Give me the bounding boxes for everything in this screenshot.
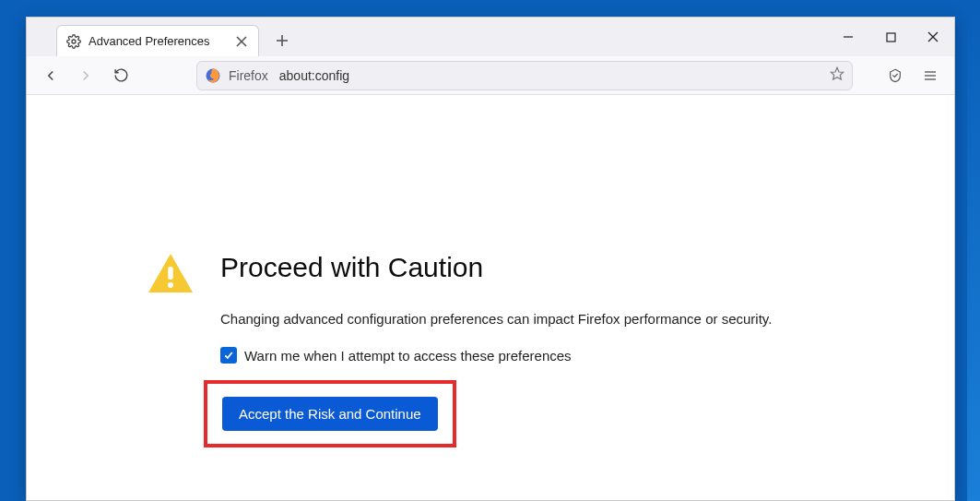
svg-rect-14 [168,267,172,280]
annotation-highlight: Accept the Risk and Continue [204,380,456,447]
url-text: about:config [279,68,822,83]
pocket-button[interactable] [880,61,910,90]
warn-checkbox-row[interactable]: Warn me when I attempt to access these p… [220,347,772,364]
desktop-background [967,0,980,501]
checkbox-icon[interactable] [220,347,237,364]
url-bar[interactable]: Firefox about:config [196,61,853,90]
firefox-icon [205,67,221,84]
bookmark-star-icon[interactable] [830,66,844,84]
firefox-window: Advanced Preferences [26,17,955,501]
reload-button[interactable] [106,61,136,90]
page-content: Proceed with Caution Changing advanced c… [27,95,954,500]
svg-point-0 [72,40,76,43]
forward-button[interactable] [71,61,100,90]
back-button[interactable] [36,61,65,90]
tab-advanced-preferences[interactable]: Advanced Preferences [56,25,259,56]
warning-icon [147,252,195,298]
maximize-button[interactable] [869,18,912,56]
svg-marker-10 [831,67,843,79]
new-tab-button[interactable] [268,27,296,54]
page-description: Changing advanced configuration preferen… [220,311,772,327]
navigation-toolbar: Firefox about:config [27,56,954,95]
window-controls [827,18,954,56]
page-heading: Proceed with Caution [220,252,772,283]
close-tab-icon[interactable] [234,34,249,49]
close-window-button[interactable] [912,18,954,56]
identity-label: Firefox [229,68,268,83]
accept-risk-button[interactable]: Accept the Risk and Continue [222,397,438,431]
app-menu-button[interactable] [915,61,945,90]
checkbox-label: Warn me when I attempt to access these p… [244,348,572,364]
minimize-button[interactable] [827,18,869,56]
svg-point-15 [168,282,173,288]
titlebar: Advanced Preferences [27,18,954,56]
gear-icon [66,34,81,49]
svg-rect-6 [887,33,895,42]
tab-title: Advanced Preferences [89,34,227,48]
